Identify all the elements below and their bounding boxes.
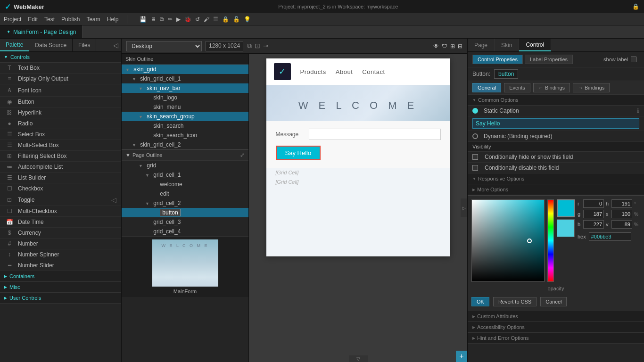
accessibility-header[interactable]: Accessibility Options [468,322,644,333]
table-icon[interactable]: ⊟ [458,43,462,49]
palette-item-number[interactable]: # Number [0,239,121,249]
resize-icon[interactable]: ⊡ [255,42,260,50]
palette-item-numberslider[interactable]: ━ Number Slider [0,260,121,271]
menu-edit[interactable]: Edit [28,16,38,23]
outline-item-skin-search[interactable]: skin_search [122,121,248,131]
outline-item-welcome[interactable]: welcome [122,180,248,189]
palette-tab-palette[interactable]: Palette [0,39,29,51]
usercontrols-section-toggle[interactable]: User Controls [0,293,121,304]
palette-item-listbuilder[interactable]: ☰ List Builder [0,173,121,183]
responsive-options-header[interactable]: Responsive Options [468,173,644,184]
play-icon[interactable]: ▶ [176,16,181,23]
sub-tab-bindings-in[interactable]: ← Bindings [533,83,570,92]
prop-tab-control[interactable]: Control Propeties [472,55,523,64]
canvas-say-hello-button[interactable]: Say Hello [276,146,321,160]
collapse-palette-icon[interactable]: ◁ [110,41,121,49]
misc-section-toggle[interactable]: Misc [0,282,121,293]
active-tab[interactable]: MainForm - Page Design [0,25,83,38]
cp-ok-button[interactable]: OK [471,297,489,306]
save-icon[interactable]: 💾 [140,16,147,23]
button-name-input[interactable]: button [494,69,518,79]
zoom-slider[interactable]: ⊸ [263,42,269,50]
outline-item-skin-search-group[interactable]: ▼ skin_search_group [122,112,248,121]
unlock-icon[interactable]: 🔓 [233,16,240,23]
copy-icon[interactable]: ⧉ [160,16,164,23]
common-options-header[interactable]: Common Options [468,95,644,106]
static-caption-radio[interactable] [472,108,478,114]
outline-item-grid-cell-2[interactable]: ▼ grid_cell_2 [122,198,248,208]
canvas-expand-bottom-icon[interactable]: ▽ [349,355,368,362]
outline-item-edit[interactable]: edit [122,189,248,198]
eye-icon[interactable]: 👁 [433,43,439,49]
cp-cancel-button[interactable]: Cancel [540,297,567,306]
cp-revert-button[interactable]: Revert to CSS [493,297,537,306]
outline-item-grid[interactable]: ▼ grid [122,161,248,170]
copy2-icon[interactable]: ⧉ [247,42,252,50]
more-options-header[interactable]: More Options [468,184,644,195]
custom-attrs-header[interactable]: Custom Attributes [468,311,644,322]
palette-tab-files[interactable]: Files [73,39,96,51]
menu-test[interactable]: Test [44,16,55,23]
palette-item-radio[interactable]: ● Radio [0,118,121,129]
sub-tab-events[interactable]: Events [504,83,530,92]
prop-tab-label[interactable]: Label Properties [525,55,573,64]
outline-item-skin-grid-cell-1[interactable]: ▼ skin_grid_cell_1 [122,74,248,83]
shield-icon[interactable]: 🛡 [442,43,447,49]
right-tab-control[interactable]: Control [519,39,551,51]
outline-item-skin-search-icon[interactable]: skin_search_icon [122,131,248,140]
outline-item-grid-cell-1[interactable]: ▼ grid_cell_1 [122,170,248,180]
controls-section-toggle[interactable]: Controls [0,52,121,63]
refresh-icon[interactable]: ↺ [195,16,200,23]
palette-item-filteringselect[interactable]: ⊞ Filtering Select Box [0,151,121,162]
palette-item-datetime[interactable]: 📅 Date Time [0,217,121,228]
sub-tab-bindings-out[interactable]: → Bindings [573,83,610,92]
outline-item-skin-menu[interactable]: skin_menu [122,102,248,112]
cp-h-input[interactable] [611,199,632,208]
palette-tab-datasource[interactable]: Data Source [29,39,73,51]
outline-item-skin-logo[interactable]: skin_logo [122,93,248,102]
cp-swatch-previous[interactable] [557,219,575,237]
outline-item-skin-nav-bar[interactable]: ▼ skin_nav_bar [122,83,248,93]
cond-disable-checkbox[interactable] [472,165,478,171]
cp-g-input[interactable] [583,210,604,218]
cp-swatch-current[interactable] [557,199,575,217]
nav-link-about[interactable]: About [336,68,353,75]
list-icon[interactable]: ☰ [213,16,218,23]
palette-item-fonticon[interactable]: Ａ Font Icon [0,84,121,97]
containers-section-toggle[interactable]: Containers [0,271,121,282]
palette-item-currency[interactable]: $ Currency [0,228,121,239]
palette-item-checkbox[interactable]: ☐ Checkbox [0,183,121,194]
palette-item-multiselectbox[interactable]: ☰ Multi-Select Box [0,140,121,151]
sub-tab-general[interactable]: General [472,83,501,92]
debug-icon[interactable]: 🐞 [184,16,191,23]
palette-item-autocompletelist[interactable]: ≔ Autocomplete List [0,162,121,173]
palette-item-selectbox[interactable]: ☰ Select Box [0,129,121,140]
bulb-icon[interactable]: 💡 [244,16,251,23]
lock-icon2[interactable]: 🔒 [222,16,229,23]
palette-item-hyperlink[interactable]: ⛓ Hyperlink [0,107,121,118]
cp-hue-slider[interactable] [547,199,554,282]
outline-item-skin-grid[interactable]: ▼ skin_grid [122,65,248,74]
pen-icon[interactable]: ✏ [168,16,173,23]
canvas-expand-right-icon[interactable]: ▷ [461,198,467,217]
palette-item-numberspinner[interactable]: ↕ Number Spinner [0,249,121,260]
cp-r-input[interactable] [583,199,604,208]
palette-item-textbox[interactable]: T Text Box [0,63,121,74]
right-tab-skin[interactable]: Skin [495,39,519,51]
cp-s-input[interactable] [611,210,632,218]
nav-link-contact[interactable]: Contact [362,68,385,75]
desktop-icon[interactable]: 🖥 [150,16,156,23]
palette-item-displayonly[interactable]: ≡ Display Only Output [0,74,121,84]
show-label-checkbox[interactable] [631,57,636,62]
outline-item-button[interactable]: button [122,208,248,217]
menu-team[interactable]: Team [86,16,100,23]
outline-item-skin-grid-cell-2[interactable]: ▼ skin_grid_cell_2 [122,140,248,149]
right-tab-page[interactable]: Page [468,39,495,51]
outline-item-grid-cell-3[interactable]: grid_cell_3 [122,217,248,227]
grid-icon[interactable]: ⊞ [450,43,455,49]
cp-b-input[interactable] [583,220,604,229]
cp-v-input[interactable] [611,220,632,229]
brush-icon[interactable]: 🖌 [204,16,209,23]
cp-gradient-picker[interactable] [471,199,545,282]
caption-input[interactable] [472,118,639,129]
